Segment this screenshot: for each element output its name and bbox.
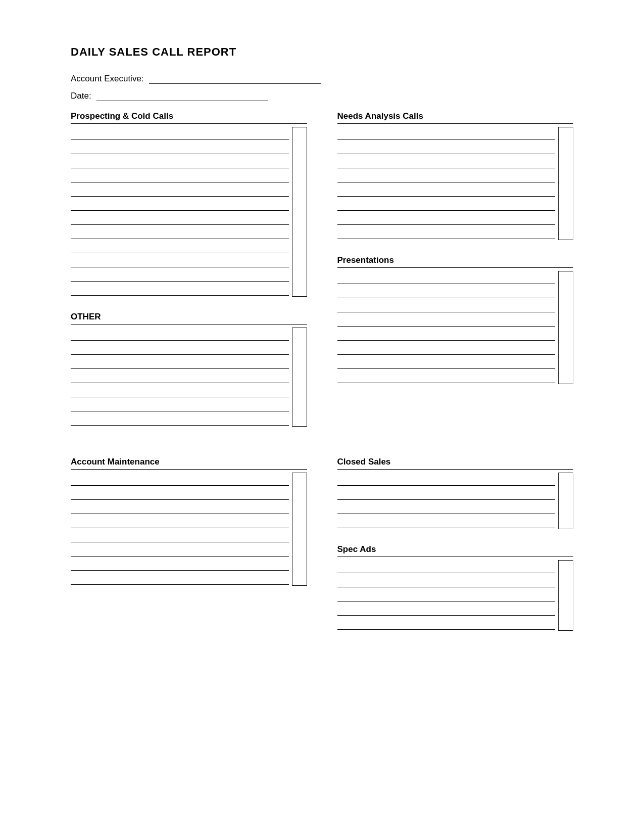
entry-line[interactable] [71, 356, 289, 369]
closed-sales-content [337, 473, 574, 529]
entry-line[interactable] [337, 285, 556, 298]
account-executive-label: Account Executive: [71, 74, 144, 84]
entry-line[interactable] [71, 370, 289, 383]
page-title: DAILY SALES CALL REPORT [71, 45, 573, 59]
other-lines [71, 328, 289, 427]
entry-line[interactable] [71, 169, 289, 182]
entry-line[interactable] [71, 183, 289, 197]
entry-line[interactable] [71, 254, 289, 267]
account-executive-input[interactable] [149, 75, 321, 84]
spec-ads-content [337, 560, 574, 631]
entry-line[interactable] [337, 370, 556, 383]
entry-line[interactable] [71, 342, 289, 355]
presentations-title: Presentations [337, 255, 574, 268]
needs-analysis-content [337, 127, 574, 240]
account-maintenance-content [71, 473, 307, 586]
spec-ads-lines [337, 560, 556, 631]
entry-line[interactable] [71, 198, 289, 211]
entry-line[interactable] [71, 543, 289, 557]
prospecting-content [71, 127, 307, 297]
entry-line[interactable] [71, 515, 289, 528]
account-maintenance-section: Account Maintenance [71, 457, 307, 586]
other-content [71, 328, 307, 427]
entry-line[interactable] [337, 155, 556, 168]
page: DAILY SALES CALL REPORT Account Executiv… [0, 0, 644, 834]
other-section: OTHER [71, 312, 307, 427]
entry-line[interactable] [71, 473, 289, 486]
entry-line[interactable] [337, 617, 556, 630]
spec-ads-title: Spec Ads [337, 544, 574, 557]
closed-sales-lines [337, 473, 556, 529]
entry-line[interactable] [337, 560, 556, 573]
entry-line[interactable] [337, 603, 556, 616]
entry-line[interactable] [71, 558, 289, 571]
entry-line[interactable] [337, 299, 556, 312]
spec-ads-count-box [558, 560, 573, 631]
entry-line[interactable] [71, 268, 289, 282]
account-maintenance-count-box [292, 473, 307, 586]
prospecting-count-box [292, 127, 307, 297]
entry-line[interactable] [337, 226, 556, 239]
closed-sales-section: Closed Sales [337, 457, 574, 529]
entry-line[interactable] [71, 487, 289, 500]
entry-line[interactable] [71, 398, 289, 411]
spec-ads-section: Spec Ads [337, 544, 574, 631]
entry-line[interactable] [337, 212, 556, 225]
entry-line[interactable] [71, 572, 289, 585]
entry-line[interactable] [71, 141, 289, 154]
entry-line[interactable] [337, 183, 556, 197]
entry-line[interactable] [337, 342, 556, 355]
entry-line[interactable] [337, 141, 556, 154]
entry-line[interactable] [337, 127, 556, 140]
entry-line[interactable] [71, 384, 289, 397]
entry-line[interactable] [71, 412, 289, 426]
entry-line[interactable] [71, 127, 289, 140]
presentations-content [337, 271, 574, 384]
closed-sales-count-box [558, 473, 573, 529]
entry-line[interactable] [337, 198, 556, 211]
prospecting-lines [71, 127, 289, 297]
date-field: Date: [71, 91, 573, 101]
entry-line[interactable] [71, 155, 289, 168]
entry-line[interactable] [337, 501, 556, 514]
entry-line[interactable] [71, 226, 289, 239]
entry-line[interactable] [337, 328, 556, 341]
account-maintenance-title: Account Maintenance [71, 457, 307, 470]
entry-line[interactable] [71, 283, 289, 296]
prospecting-title: Prospecting & Cold Calls [71, 111, 307, 124]
needs-analysis-section: Needs Analysis Calls [337, 111, 574, 240]
needs-analysis-lines [337, 127, 556, 240]
entry-line[interactable] [71, 240, 289, 253]
entry-line[interactable] [337, 169, 556, 182]
entry-line[interactable] [337, 271, 556, 284]
entry-line[interactable] [337, 313, 556, 327]
entry-line[interactable] [337, 574, 556, 587]
needs-analysis-title: Needs Analysis Calls [337, 111, 574, 124]
entry-line[interactable] [71, 529, 289, 542]
needs-analysis-count-box [558, 127, 573, 240]
entry-line[interactable] [71, 328, 289, 341]
entry-line[interactable] [71, 212, 289, 225]
entry-line[interactable] [337, 515, 556, 528]
entry-line[interactable] [71, 501, 289, 514]
account-executive-field: Account Executive: [71, 74, 573, 84]
date-input[interactable] [96, 92, 268, 101]
presentations-section: Presentations [337, 255, 574, 384]
other-title: OTHER [71, 312, 307, 325]
entry-line[interactable] [337, 588, 556, 601]
presentations-lines [337, 271, 556, 384]
date-label: Date: [71, 91, 91, 101]
prospecting-section: Prospecting & Cold Calls [71, 111, 307, 297]
closed-sales-title: Closed Sales [337, 457, 574, 470]
account-maintenance-lines [71, 473, 289, 586]
presentations-count-box [558, 271, 573, 384]
entry-line[interactable] [337, 356, 556, 369]
other-count-box [292, 328, 307, 427]
entry-line[interactable] [337, 487, 556, 500]
entry-line[interactable] [337, 473, 556, 486]
